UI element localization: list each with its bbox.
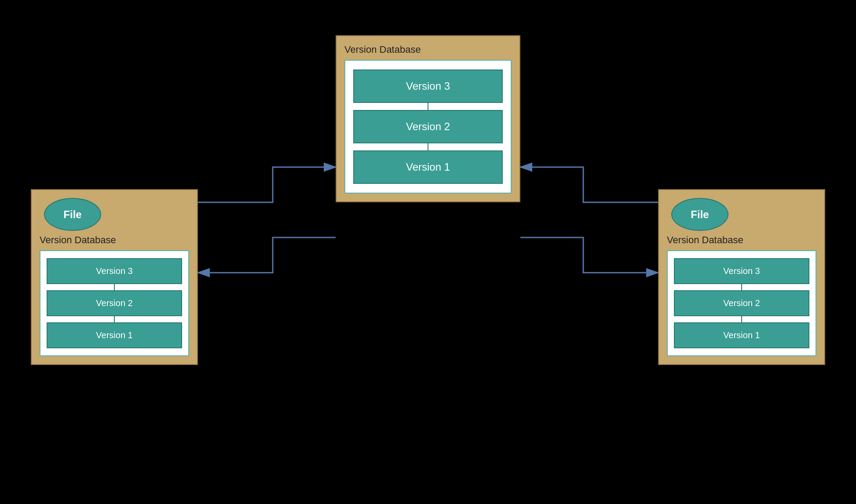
- center-version-1: Version 1: [353, 150, 503, 184]
- right-inner-container: Version 3 Version 2 Version 1: [667, 250, 816, 356]
- right-file-oval: File: [671, 198, 728, 231]
- left-inner-container: Version 3 Version 2 Version 1: [40, 250, 189, 356]
- arrow-center-to-left: [198, 167, 336, 202]
- left-version-3: Version 3: [47, 258, 182, 284]
- right-version-1: Version 1: [674, 322, 809, 348]
- left-connector-3-2: [114, 284, 115, 290]
- left-connector-2-1: [114, 316, 115, 322]
- center-inner-container: Version 3 Version 2 Version 1: [344, 60, 512, 194]
- right-version-database: File Version Database Version 3 Version …: [658, 189, 825, 365]
- diagram-container: Version Database Version 3 Version 2 Ver…: [0, 0, 856, 504]
- right-version-2: Version 2: [674, 290, 809, 316]
- arrow-left-to-center: [198, 237, 336, 273]
- left-version-2: Version 2: [47, 290, 182, 316]
- arrow-center-to-right: [520, 167, 658, 202]
- left-version-database: File Version Database Version 3 Version …: [31, 189, 198, 365]
- center-box-title: Version Database: [344, 44, 421, 55]
- center-version-3: Version 3: [353, 69, 503, 103]
- left-box-title: Version Database: [40, 234, 116, 246]
- right-box-title: Version Database: [667, 234, 743, 246]
- center-connector-3-2: [428, 103, 428, 110]
- arrow-right-to-center: [520, 237, 658, 273]
- left-version-1: Version 1: [47, 322, 182, 348]
- center-version-2: Version 2: [353, 110, 503, 143]
- right-connector-2-1: [741, 316, 742, 322]
- center-connector-2-1: [428, 143, 428, 150]
- right-version-3: Version 3: [674, 258, 809, 284]
- center-version-database: Version Database Version 3 Version 2 Ver…: [336, 35, 520, 202]
- right-connector-3-2: [741, 284, 742, 290]
- left-file-oval: File: [44, 198, 101, 231]
